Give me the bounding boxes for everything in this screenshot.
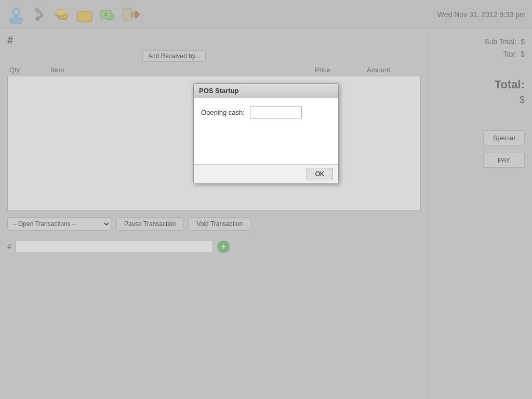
opening-cash-row: Opening cash: (201, 107, 331, 118)
modal-overlay: POS Startup Opening cash: OK (0, 0, 532, 399)
pos-startup-dialog: POS Startup Opening cash: OK (193, 83, 339, 184)
dialog-footer: OK (194, 164, 338, 183)
opening-cash-input[interactable] (250, 107, 302, 118)
dialog-body: Opening cash: (194, 98, 338, 164)
opening-cash-label: Opening cash: (201, 109, 245, 116)
ok-button[interactable]: OK (307, 168, 333, 180)
dialog-title: POS Startup (194, 84, 338, 98)
dialog-spacer (201, 125, 331, 156)
